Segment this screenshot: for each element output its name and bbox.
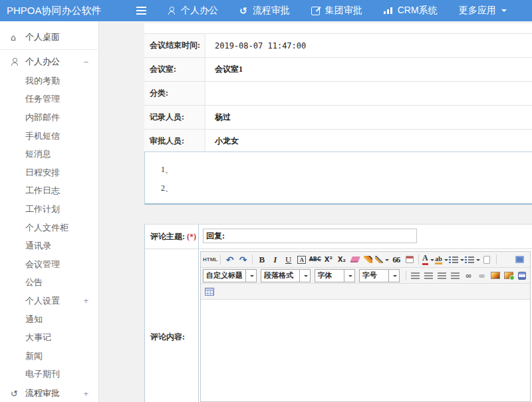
html-source-button[interactable]: HTML (203, 253, 217, 266)
font-color-icon[interactable]: A (422, 253, 434, 266)
topbar: PHPOA协同办公软件 个人办公↺流程审批集团审批CRM系统更多应用 (0, 0, 532, 21)
field-value (205, 82, 532, 105)
sidebar-item[interactable]: 电子期刊 (0, 365, 98, 384)
ordered-list-icon[interactable] (449, 253, 464, 266)
caret-down-icon (444, 259, 448, 263)
custom-title-select[interactable]: 自定义标题 (203, 269, 257, 282)
font-size-select[interactable]: 字号 (359, 269, 400, 282)
toolbar-separator (252, 254, 253, 264)
insert-image-icon[interactable] (502, 269, 515, 282)
unordered-list-icon[interactable] (465, 253, 480, 266)
comment-subject-input[interactable] (203, 229, 417, 243)
align-justify-icon[interactable] (449, 269, 462, 282)
link-icon[interactable]: ∞ (462, 269, 475, 282)
toolbar-separator (496, 254, 497, 264)
sidebar-item-personal-office[interactable]: 个人办公 − (0, 52, 98, 72)
nav-item-more-apps[interactable]: 更多应用 (459, 5, 507, 17)
sidebar-item-label: 大事记 (25, 332, 51, 344)
sidebar-item[interactable]: 日程安排 (0, 163, 98, 182)
sidebar-item[interactable]: 会议管理 (0, 255, 98, 274)
insert-date-icon[interactable] (403, 253, 416, 266)
menu-icon[interactable] (134, 4, 148, 17)
table-row-partial (144, 23, 532, 34)
sidebar-item-workflow-approval[interactable]: ↺ 流程审批 + (0, 383, 98, 402)
char-border-icon[interactable]: A (295, 253, 308, 266)
redo-icon[interactable]: ↷ (237, 253, 249, 266)
table-icon[interactable] (203, 285, 215, 298)
sidebar-item-label: 个人办公 (25, 56, 60, 68)
font-family-select[interactable]: 字体 (315, 269, 355, 282)
align-left-icon (411, 272, 420, 279)
sidebar-item[interactable]: 通讯录 (0, 237, 98, 255)
italic-icon: I (273, 254, 277, 265)
table-row: 会议室:会议室1 (144, 58, 532, 82)
sidebar-item[interactable]: 通知 (0, 310, 98, 329)
remove-format-icon[interactable] (348, 253, 361, 266)
nav-item-crm-system[interactable]: CRM系统 (384, 5, 438, 17)
sidebar-item-desktop[interactable]: ⌂ 个人桌面 (0, 27, 98, 47)
meeting-content-box: 1、2、 (144, 151, 532, 205)
sidebar-item[interactable]: 工作日志 (0, 182, 98, 201)
bold-icon[interactable]: B (255, 253, 268, 266)
superscript-icon[interactable]: X² (322, 253, 334, 266)
expand-icon[interactable]: + (83, 296, 88, 306)
editor-toolbar-row1: HTML↶↷BIUAABCX²X₂66Aab (201, 252, 530, 268)
sidebar-item-label: 我的考勤 (25, 75, 60, 87)
align-right-icon[interactable] (436, 269, 448, 282)
collapse-icon[interactable]: − (83, 57, 88, 67)
nav-item-group-approval[interactable]: 集团审批 (311, 5, 362, 17)
sidebar-item[interactable]: 内部邮件 (0, 108, 98, 127)
undo-icon[interactable]: ↶ (223, 253, 236, 266)
superscript-icon: X² (325, 256, 332, 263)
subscript-icon[interactable]: X₂ (335, 253, 348, 266)
sidebar-item-label: 短消息 (25, 148, 51, 160)
select-label: 字体 (315, 270, 344, 280)
highlight-color-icon[interactable]: ab (435, 253, 448, 266)
list-style-icon[interactable] (375, 253, 389, 266)
caret-down-icon (430, 259, 434, 263)
sidebar-item-label: 新闻 (25, 350, 43, 362)
fullscreen-icon[interactable] (513, 253, 526, 266)
new-page-icon[interactable] (481, 253, 493, 266)
image-icon[interactable] (489, 269, 501, 282)
sidebar-item-label: 个人桌面 (25, 31, 60, 43)
align-center-icon (424, 272, 433, 279)
sidebar-item[interactable]: 大事记 (0, 328, 98, 347)
format-painter-icon[interactable] (362, 253, 374, 266)
sidebar-item[interactable]: 任务管理 (0, 90, 98, 109)
align-center-icon[interactable] (422, 269, 435, 282)
sidebar-item[interactable]: 个人设置+ (0, 292, 98, 310)
nav-item-workflow-approval[interactable]: ↺流程审批 (239, 5, 290, 17)
undo-icon: ↶ (226, 254, 234, 265)
sidebar-item[interactable]: 我的考勤 (0, 72, 98, 90)
paragraph-format-select[interactable]: 段落格式 (261, 269, 311, 282)
expand-icon[interactable]: + (83, 389, 88, 399)
blockquote-icon[interactable]: 66 (390, 253, 402, 266)
select-label: 自定义标题 (203, 270, 245, 280)
workflow-icon: ↺ (239, 6, 247, 15)
sidebar-item[interactable]: 工作计划 (0, 200, 98, 219)
sidebar-item[interactable]: 个人文件柜 (0, 219, 98, 237)
underline-icon[interactable]: U (282, 253, 295, 266)
align-left-icon[interactable] (409, 269, 422, 282)
editor-content-area[interactable] (201, 300, 530, 401)
nav-item-label: 流程审批 (253, 5, 290, 17)
select-label: 字号 (360, 270, 388, 280)
nav-item-personal-office[interactable]: 个人办公 (168, 5, 218, 17)
caret-down-icon (476, 259, 480, 263)
sidebar-item[interactable]: 公告 (0, 274, 98, 292)
field-value: 2019-08-07 11:47:00 (205, 34, 532, 57)
underline-icon: U (285, 254, 291, 265)
media-icon[interactable] (515, 269, 528, 282)
subscript-icon: X₂ (338, 256, 346, 263)
strikethrough-icon[interactable]: ABC (309, 253, 321, 266)
sidebar-item[interactable]: 新闻 (0, 347, 98, 365)
comment-content-row: 评论内容: HTML↶↷BIUAABCX²X₂66Aab 自定义标题段落格式字体… (145, 249, 532, 402)
nav-item-label: 更多应用 (459, 5, 496, 17)
sidebar-item[interactable]: 手机短信 (0, 127, 98, 146)
unlink-icon[interactable]: ∞ (475, 269, 488, 282)
caret-down-icon (245, 270, 256, 282)
italic-icon[interactable]: I (269, 253, 281, 266)
comment-content-label: 评论内容: (145, 249, 199, 402)
sidebar-item[interactable]: 短消息 (0, 145, 98, 163)
